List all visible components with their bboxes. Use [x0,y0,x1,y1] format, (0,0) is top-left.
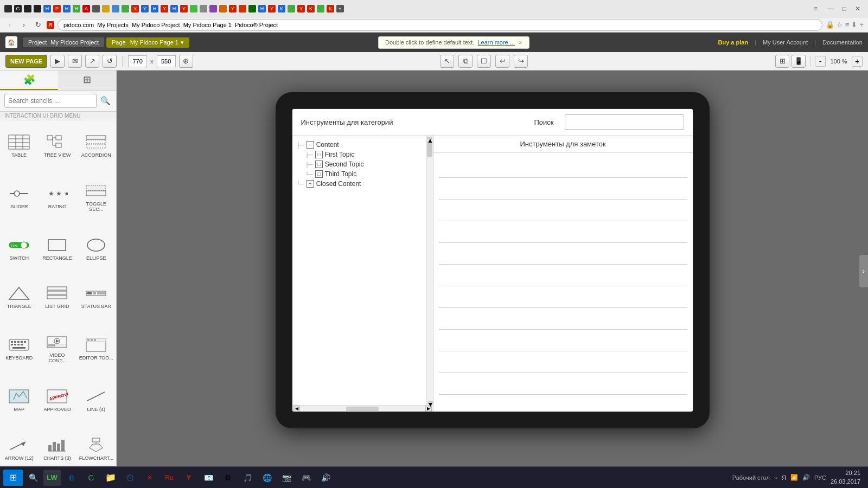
stencil-item-rating[interactable]: ★ ★ ★ RATING [38,169,76,223]
taskbar-icon-mail[interactable]: 📧 [200,470,217,486]
taskbar-icon-maps[interactable]: G [82,470,100,486]
note-line-10[interactable] [439,351,687,373]
back-button[interactable]: ‹ [4,20,15,30]
taskbar-icon-lw[interactable]: LW [43,470,61,486]
forward-button[interactable]: › [18,20,29,30]
start-button[interactable]: ⊞ [3,470,23,486]
stencil-item-flowchart[interactable]: FLOWCHART... [76,423,116,472]
taskbar-icon-music[interactable]: 🎵 [239,470,256,486]
note-line-4[interactable] [439,221,687,243]
zoom-plus-button[interactable]: + [852,56,863,67]
stencil-item-treeview[interactable]: TREE VIEW [38,120,76,169]
project-breadcrumb-item[interactable]: Project My Pidoco Project [23,37,104,47]
page-breadcrumb-item[interactable]: Page My Pidoco Page 1 ▾ [106,37,189,48]
stencil-item-video[interactable]: VIDEO CONT... [38,320,76,375]
canvas-area[interactable]: Инструменты для категорий Поиск ├─ [117,70,868,472]
yandex-tray-icon[interactable]: Я [782,474,786,481]
grid-view-button[interactable]: ⊞ [775,55,789,68]
buy-plan-link[interactable]: Buy a plan [718,39,749,46]
stencil-item-ellipse[interactable]: ELLIPSE [76,223,116,272]
cursor-tool-button[interactable]: ↖ [440,55,454,68]
note-line-3[interactable] [439,200,687,221]
note-line-11[interactable] [439,373,687,395]
download-icon[interactable]: ⬇ [851,21,857,29]
stencil-item-table[interactable]: TABLE [0,120,38,169]
add-tab-icon[interactable]: + [859,21,864,29]
stencil-item-triangle[interactable]: TRIANGLE [0,272,38,320]
stencil-item-switch[interactable]: ON SWITCH [0,223,38,272]
favicon-plus[interactable]: + [336,5,344,12]
page-tool-button[interactable]: ☐ [477,55,491,68]
taskbar-icon-photo[interactable]: 📷 [278,470,295,486]
stencil-item-line[interactable]: LINE (4) [76,375,116,423]
tree-item-closed[interactable]: └─ + Closed Content [297,179,429,189]
canvas-height-input[interactable] [157,55,176,67]
canvas-width-input[interactable] [128,55,147,67]
reload-button[interactable]: ↻ [33,20,43,30]
stencil-item-slider[interactable]: SLIDER [0,169,38,223]
stencil-item-editor[interactable]: EDITOR TOO... [76,320,116,375]
lock-icon[interactable]: 🔒 [826,21,834,29]
maximize-button[interactable]: □ [839,5,850,12]
new-page-button[interactable]: NEW PAGE [5,55,47,68]
window-menu[interactable]: ≡ [809,5,822,12]
copy-tool-button[interactable]: ⧉ [458,55,473,68]
tree-item-third-topic[interactable]: └─ □ Third Topic [305,169,429,179]
taskbar-icon-globe[interactable]: 🌐 [258,470,276,486]
reader-icon[interactable]: ≡ [845,21,850,29]
taskbar-icon-folder[interactable]: 📁 [102,470,119,486]
taskbar-icon-edge[interactable]: e [63,470,80,486]
stencil-item-approved[interactable]: APPROVED APPROVED [38,375,76,423]
tree-scrollbar-vertical[interactable]: ▲ ▼ [426,136,433,405]
tree-item-first-topic[interactable]: ├─ □ First Topic [305,150,429,159]
taskbar-icon-speaker[interactable]: 🔊 [317,470,334,486]
note-line-1[interactable] [439,156,687,178]
share-button[interactable]: ↗ [85,55,99,68]
search-button[interactable]: 🔍 [99,94,112,107]
stencil-tab-components[interactable]: 🧩 [0,70,58,90]
user-account-link[interactable]: My User Account [763,39,808,46]
refresh-button[interactable]: ↺ [103,55,117,68]
stencil-item-toggle[interactable]: TOGGLE SEC... [76,169,116,223]
scroll-thumb-h[interactable] [346,407,379,411]
zoom-fit-button[interactable]: ⊕ [179,55,193,68]
undo-button[interactable]: ↩ [495,55,509,68]
scroll-left-arrow[interactable]: ◀ [293,406,300,412]
note-line-6[interactable] [439,265,687,286]
stencil-tab-pages[interactable]: ⊞ [58,70,116,90]
volume-tray-icon[interactable]: 🔊 [802,474,810,481]
close-button[interactable]: ✕ [852,5,864,12]
widget-search-input[interactable] [565,114,684,130]
tree-scrollbar-horizontal[interactable]: ◀ ▶ [292,405,433,412]
notification-close[interactable]: × [518,38,522,47]
taskbar-icon-y[interactable]: Y [180,470,197,486]
stencil-item-accordion[interactable]: ACCORDION [76,120,116,169]
stencil-item-rectangle[interactable]: RECTANGLE [38,223,76,272]
note-line-5[interactable] [439,243,687,265]
stencil-item-map[interactable]: MAP [0,375,38,423]
taskbar-search-button[interactable]: 🔍 [25,470,41,485]
star-icon[interactable]: ☆ [837,21,843,29]
stencil-item-keyboard[interactable]: KEYBOARD [0,320,38,375]
play-button[interactable]: ▶ [50,55,65,68]
mobile-view-button[interactable]: 📱 [792,55,806,68]
stencil-item-statusbar[interactable]: STATUS BAR [76,272,116,320]
address-bar[interactable] [58,19,822,31]
taskbar-icon-store[interactable]: ⊡ [122,470,139,486]
note-line-7[interactable] [439,286,687,308]
learn-more-link[interactable]: Learn more ... [477,39,514,46]
stencil-item-charts[interactable]: CHARTS (3) [38,423,76,472]
taskbar-icon-ru[interactable]: Ru [161,470,178,486]
stencil-item-arrow[interactable]: ARROW (12) [0,423,38,472]
network-tray-icon[interactable]: 📶 [790,474,798,481]
email-button[interactable]: ✉ [68,55,82,68]
note-line-2[interactable] [439,178,687,200]
documentation-link[interactable]: Documentation [822,39,863,46]
taskbar-icon-settings[interactable]: ⚙ [219,470,237,486]
minimize-button[interactable]: — [824,5,837,12]
stencil-item-listgrid[interactable]: LIST GRID [38,272,76,320]
note-line-8[interactable] [439,308,687,330]
search-stencils-input[interactable] [4,94,97,108]
taskbar-icon-x[interactable]: ✕ [141,470,158,486]
tree-item-second-topic[interactable]: ├─ □ Second Topic [305,159,429,169]
